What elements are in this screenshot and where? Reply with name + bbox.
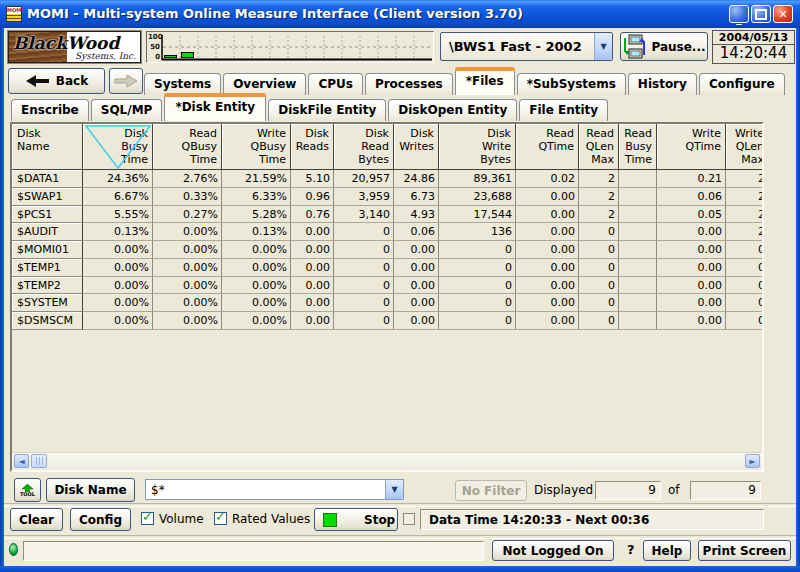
grid-cell: 17,544: [439, 206, 516, 224]
grid-cell: 0: [579, 294, 619, 312]
scroll-left-arrow-icon[interactable]: ◄: [14, 454, 29, 468]
chevron-down-icon[interactable]: ▼: [594, 33, 612, 60]
disk-name-cell[interactable]: $SYSTEM: [12, 294, 83, 312]
volume-checkbox[interactable]: ✓: [141, 512, 154, 525]
tab-subsystems[interactable]: *SubSystems: [517, 73, 626, 95]
horizontal-scrollbar[interactable]: ◄ ►: [12, 452, 762, 470]
window-border-right: [796, 28, 800, 572]
pause-button[interactable]: Pause...: [620, 32, 708, 61]
no-filter-button[interactable]: No Filter: [455, 480, 527, 501]
grid-cell: 0.00: [516, 206, 579, 224]
scroll-right-arrow-icon[interactable]: ►: [745, 454, 760, 468]
subtab-diskopen-entity[interactable]: DiskOpen Entity: [388, 99, 517, 121]
chevron-down-icon[interactable]: ▼: [385, 480, 403, 499]
grid-cell: 0.00: [291, 259, 334, 277]
column-header-read-busy-time[interactable]: Read Busy Time: [619, 124, 657, 170]
back-button[interactable]: Back: [8, 68, 105, 94]
grid-cell: [619, 312, 657, 330]
column-header-write-qbusy-time[interactable]: Write QBusy Time: [222, 124, 291, 170]
column-header-read-qtime[interactable]: Read QTime: [516, 124, 579, 170]
tab-files[interactable]: *Files: [455, 68, 515, 95]
tab-configure[interactable]: Configure: [699, 73, 785, 95]
grid-cell: 0: [334, 312, 394, 330]
close-button[interactable]: ✕: [773, 5, 793, 23]
grid-cell: 0.00%: [153, 294, 222, 312]
grid-cell: 24.86: [394, 170, 439, 188]
config-button[interactable]: Config: [70, 508, 131, 531]
grid-cell: 0: [726, 312, 762, 330]
logo-subtext: Systems, Inc.: [75, 51, 136, 61]
column-header-disk-busy-time[interactable]: Disk Busy Time: [83, 124, 153, 170]
column-header-disk-read-bytes[interactable]: Disk Read Bytes: [334, 124, 394, 170]
column-header-disk-reads[interactable]: Disk Reads: [291, 124, 334, 170]
grid-cell: 4.93: [394, 206, 439, 224]
disk-name-cell[interactable]: $TEMP2: [12, 277, 83, 295]
status-message-field: [23, 541, 484, 561]
disk-name-cell[interactable]: $DATA1: [12, 170, 83, 188]
scrollbar-thumb[interactable]: [31, 454, 47, 468]
minimize-button[interactable]: _: [729, 5, 749, 23]
print-screen-button[interactable]: Print Screen: [698, 540, 791, 561]
tab-history[interactable]: History: [628, 73, 697, 95]
grid-cell: 0.00: [291, 241, 334, 259]
disk-name-filter-button[interactable]: Disk Name: [46, 478, 135, 502]
grid-cell: 2: [579, 188, 619, 206]
grid-cell: 6.33%: [222, 188, 291, 206]
disk-name-cell[interactable]: $SWAP1: [12, 188, 83, 206]
disk-name-cell[interactable]: $DSMSCM: [12, 312, 83, 330]
tab-systems[interactable]: Systems: [144, 73, 221, 95]
tab-overview[interactable]: Overview: [223, 73, 306, 95]
grid-cell: 0.96: [291, 188, 334, 206]
disk-name-cell[interactable]: $PCS1: [12, 206, 83, 224]
column-header-write-qtime[interactable]: Write QTime: [657, 124, 726, 170]
grid-cell: 0: [726, 277, 762, 295]
data-time-checkbox[interactable]: [403, 513, 415, 525]
column-header-disk-writes[interactable]: Disk Writes: [394, 124, 439, 170]
grid-cell: 0.00: [394, 241, 439, 259]
tab-cpus[interactable]: CPUs: [308, 73, 363, 95]
column-header-read-qbusy-time[interactable]: Read QBusy Time: [153, 124, 222, 170]
not-logged-on-button[interactable]: Not Logged On: [492, 540, 614, 561]
question-mark-label: ?: [627, 542, 635, 557]
rated-values-checkbox[interactable]: ✓: [214, 512, 227, 525]
app-icon: MOMI: [6, 6, 22, 22]
help-button[interactable]: Help: [643, 540, 691, 561]
column-header-disk-write-bytes[interactable]: Disk Write Bytes: [439, 124, 516, 170]
subtab-diskfile-entity[interactable]: DiskFile Entity: [268, 99, 386, 121]
column-header-write-qlen-max[interactable]: Write QLen Max: [726, 124, 762, 170]
forward-button[interactable]: [109, 68, 143, 94]
disk-name-cell[interactable]: $MOMI01: [12, 241, 83, 259]
maximize-button[interactable]: [751, 5, 771, 23]
tab-processes[interactable]: Processes: [365, 73, 453, 95]
stop-label: Stop: [364, 513, 395, 527]
grid-cell: 0.00%: [222, 277, 291, 295]
filter-pattern-combobox[interactable]: $* ▼: [145, 479, 404, 500]
grid-cell: 0: [439, 312, 516, 330]
column-header-read-qlen-max[interactable]: Read QLen Max: [579, 124, 619, 170]
mini-chart-plot: 100 50 0: [148, 33, 432, 61]
subtab-file-entity[interactable]: File Entity: [519, 99, 608, 121]
grid-cell: 0: [334, 241, 394, 259]
disk-name-cell[interactable]: $AUDIT: [12, 223, 83, 241]
tool-button[interactable]: TOOL: [14, 478, 41, 502]
title-bar[interactable]: MOMI MOMI - Multi-system Online Measure …: [0, 0, 800, 28]
grid-cell: 0.00: [657, 294, 726, 312]
system-selector-combobox[interactable]: \BWS1 Fast - 2002 ▼: [440, 32, 613, 61]
back-arrow-icon: [25, 74, 51, 88]
grid-cell: 0.00: [657, 277, 726, 295]
subtab-sqlmp[interactable]: SQL/MP: [91, 99, 163, 121]
disk-name-cell[interactable]: $TEMP1: [12, 259, 83, 277]
clear-button[interactable]: Clear: [10, 508, 63, 531]
subtab-enscribe[interactable]: Enscribe: [11, 99, 89, 121]
column-header-disk-name[interactable]: Disk Name: [12, 124, 83, 170]
files-subtab-bar: Enscribe SQL/MP *Disk Entity DiskFile En…: [11, 94, 608, 121]
grid-cell: [619, 241, 657, 259]
time-display: 14:20:44: [712, 45, 795, 64]
systems-transfer-icon: [622, 34, 646, 60]
blackwood-logo: Black Wood Systems, Inc.: [8, 31, 141, 63]
stop-button[interactable]: Stop: [314, 508, 398, 531]
grid-cell: 0.00%: [153, 259, 222, 277]
subtab-disk-entity[interactable]: *Disk Entity: [164, 94, 266, 121]
grid-cell: 0: [579, 259, 619, 277]
mini-chart-grid: [148, 33, 434, 63]
